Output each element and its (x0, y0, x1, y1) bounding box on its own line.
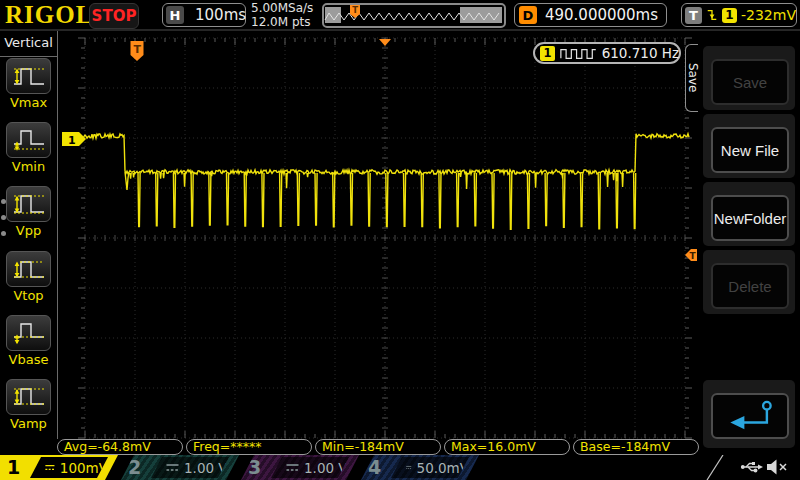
channel-4-tab[interactable]: 4 50.0mV (361, 455, 480, 480)
oscilloscope-screen: RIGOL STOP H 100ms 5.00MSa/s 12.0M pts T… (0, 0, 800, 480)
menu-page-dot (1, 215, 6, 220)
measure-item-vtop[interactable]: Vtop (6, 251, 51, 303)
scope-display: 1TT (60, 31, 697, 455)
dc-coupling-icon (406, 463, 412, 472)
trigger-source-badge: 1 (722, 8, 737, 23)
measure-item-label: Vbase (6, 352, 51, 367)
channel-scale: 50.0mV (417, 460, 469, 476)
memory-depth: 12.0M pts (251, 16, 313, 30)
measure-item-vmax[interactable]: Vmax (6, 58, 51, 110)
channel-number: 3 (248, 455, 261, 480)
graticule (78, 38, 692, 438)
timebase-value: 100ms (195, 6, 246, 24)
channel-2-tab[interactable]: 2 1.00 V (121, 455, 240, 480)
channel-scale: 100mV (60, 460, 108, 476)
measurement-max: Max=16.0mV (444, 439, 570, 455)
measure-item-label: Vamp (6, 416, 51, 431)
freq-counter-value: 610.710 Hz (602, 45, 679, 61)
channel-number: 4 (368, 455, 381, 480)
svg-text:1: 1 (68, 134, 76, 147)
vtop-icon (6, 251, 51, 287)
measurement-base: Base=-184mV (573, 439, 699, 455)
frequency-counter: 1 610.710 Hz (533, 42, 681, 64)
run-state-indicator: STOP (89, 3, 139, 29)
dc-coupling-icon (166, 463, 179, 472)
measurement-avg: Avg=-64.8mV (57, 439, 183, 455)
delete-button[interactable]: Delete (711, 263, 789, 309)
channel-status-bar: 1 100mV 2 1.00 V 3 (0, 455, 800, 480)
measure-item-label: Vmin (6, 159, 51, 174)
dc-coupling-icon (45, 463, 55, 472)
menu-page-dot (1, 199, 6, 204)
measure-item-label: Vpp (6, 223, 51, 238)
channel-3-tab[interactable]: 3 1.00 V (241, 455, 360, 480)
back-button[interactable] (711, 393, 789, 439)
trigger-badge: T (685, 7, 702, 24)
measure-item-vamp[interactable]: Vamp (6, 379, 51, 431)
measurement-min: Min=-184mV (315, 439, 441, 455)
save-soft-menu: Save Save New File NewFolder Delete (697, 31, 800, 439)
trigger-level-marker[interactable]: T (685, 249, 697, 261)
channel-1-tab[interactable]: 1 100mV (0, 455, 119, 480)
svg-text:T: T (690, 251, 697, 261)
preview-strip: T (324, 5, 504, 25)
left-measure-menu: Vertical Vmax Vmin (0, 31, 58, 439)
dc-coupling-icon (286, 463, 299, 472)
channel-number: 1 (7, 455, 20, 480)
usb-icon (741, 462, 763, 472)
vpp-icon (6, 186, 51, 222)
waveform-position-preview[interactable]: T (322, 3, 506, 28)
channel-scale: 1.00 V (304, 460, 348, 476)
vbase-icon (6, 315, 51, 351)
vmax-icon (6, 58, 51, 94)
measure-item-vpp[interactable]: Vpp (6, 186, 51, 238)
freq-counter-channel-badge: 1 (540, 46, 555, 61)
save-button[interactable]: Save (711, 59, 789, 105)
trigger-level-value: -232mV (741, 7, 796, 23)
square-wave-icon (560, 47, 597, 60)
new-file-button[interactable]: New File (711, 127, 789, 173)
channel-scale-box: 50.0mV (391, 457, 469, 478)
measure-item-vmin[interactable]: Vmin (6, 122, 51, 174)
preview-trigger-letter: T (352, 5, 358, 15)
svg-text:T: T (134, 43, 142, 56)
channel-number: 2 (128, 455, 141, 480)
status-icons (697, 455, 800, 480)
horizontal-badge: H (166, 6, 184, 24)
top-status-bar: RIGOL STOP H 100ms 5.00MSa/s 12.0M pts T… (0, 0, 800, 31)
vamp-icon (6, 379, 51, 415)
delay-box[interactable]: D 490.000000ms (514, 3, 667, 27)
channel-scale-box: 1.00 V (271, 457, 349, 478)
measure-item-vbase[interactable]: Vbase (6, 315, 51, 367)
delay-badge: D (519, 6, 537, 24)
channel-scale-box: 100mV (30, 457, 108, 478)
falling-edge-icon (706, 6, 718, 24)
vmin-icon (6, 122, 51, 158)
sample-rate: 5.00MSa/s (251, 2, 313, 16)
trigger-status-box[interactable]: T 1 -232mV (681, 3, 797, 27)
rigol-logo: RIGOL (5, 1, 93, 29)
new-folder-button[interactable]: NewFolder (711, 195, 789, 241)
channel-scale-box: 1.00 V (151, 457, 229, 478)
trigger-position-marker[interactable]: T (131, 41, 144, 61)
menu-tab-save: Save (685, 44, 698, 112)
return-arrow-icon (720, 397, 780, 435)
horizontal-timebase-box[interactable]: H 100ms (162, 3, 246, 27)
delay-value: 490.000000ms (545, 6, 658, 24)
acquisition-info: 5.00MSa/s 12.0M pts (251, 2, 313, 29)
ch1-level-marker[interactable]: 1 (62, 132, 86, 147)
horizontal-center-indicator[interactable] (379, 39, 391, 46)
menu-page-dot (1, 231, 6, 236)
measure-item-label: Vmax (6, 95, 51, 110)
divider-slash (707, 455, 723, 480)
channel-scale: 1.00 V (184, 460, 228, 476)
measure-menu-title: Vertical (0, 31, 57, 57)
measure-item-label: Vtop (6, 288, 51, 303)
speaker-muted-icon (767, 460, 786, 475)
measurement-freq: Freq=***** (186, 439, 312, 455)
